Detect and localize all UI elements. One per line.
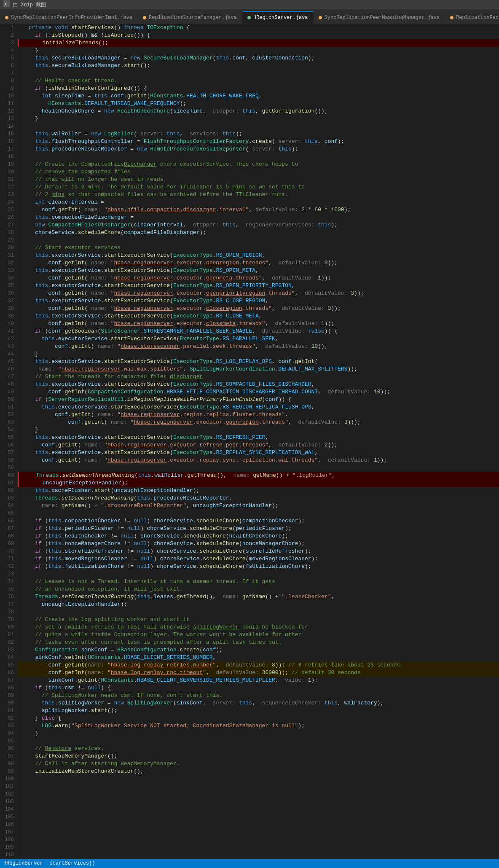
code-line-11: HConstants.DEFAULT_THREAD_WAKE_FREQUENCY… (18, 100, 499, 107)
tab-label: ReplicationSourceManager.java (149, 15, 237, 21)
code-line-109 (18, 844, 499, 851)
line-num-35: 35 (0, 282, 14, 290)
line-num-13: 13 (0, 115, 14, 123)
code-line-7 (18, 70, 499, 77)
code-line-78 (18, 608, 499, 616)
code-line-77: uncaughtExceptionHandler); (18, 601, 499, 608)
line-num-98: 98 (0, 760, 14, 768)
line-num-52: 52 (0, 411, 14, 419)
code-line-39: this.executorService.startExecutorServic… (18, 312, 499, 320)
line-num-56: 56 (0, 441, 14, 449)
code-line-86: conf.getInt(name: "hbase.log.replay.rpc.… (18, 669, 499, 677)
line-num-21: 21 (0, 176, 14, 183)
line-num-69: 69 (0, 540, 14, 548)
code-line-53: conf.getInt( name: "hbase.regionserver.e… (18, 419, 499, 426)
code-line-80: // set a smaller retries to fast fail ot… (18, 623, 499, 631)
code-line-24: int cleanerInterval = (18, 199, 499, 206)
line-num-8: 8 (0, 77, 14, 85)
line-num-70: 70 (0, 548, 14, 555)
code-line-74: // Leases is not a Thread. Internally it… (18, 578, 499, 586)
code-line-94: } (18, 730, 499, 737)
line-num-109: 109 (0, 844, 14, 851)
code-line-41: if (conf.getBoolean(StoreScanner.STORESC… (18, 328, 499, 335)
code-line-43: conf.getInt( name: "hbase.storescanner.p… (18, 343, 499, 350)
code-line-59 (18, 464, 499, 472)
line-num-81: 81 (0, 631, 14, 639)
line-num-71: 71 (0, 555, 14, 563)
line-num-105: 105 (0, 813, 14, 821)
line-num-75: 75 (0, 586, 14, 593)
line-num-85: 85 (0, 661, 14, 669)
code-line-34: conf.getInt( name: "hbase.regionserver.e… (18, 274, 499, 282)
tab-replication-source[interactable]: ReplicationSourceManager.java (138, 11, 242, 24)
code-line-8: // Health checker thread. (18, 77, 499, 85)
tab-sync-replication-peer-mapping[interactable]: SyncReplicationPeerMappingManager.java (314, 11, 445, 24)
code-line-107 (18, 828, 499, 836)
code-line-91: splitLogWorker.start(); (18, 707, 499, 715)
code-line-75: // an unhandled exception, it will just … (18, 586, 499, 593)
tab-hregion-server[interactable]: HRegionServer.java (242, 11, 314, 24)
tab-sync-replication-peer[interactable]: SyncReplicationPeerInfoProviderImpl.java (0, 11, 138, 24)
code-line-82: // tasks even after current task is pree… (18, 639, 499, 646)
code-line-70: if (this.storefileRefresher != null) cho… (18, 548, 499, 555)
code-line-10: int sleepTime = this.conf.getInt(HConsta… (18, 92, 499, 100)
line-num-91: 91 (0, 707, 14, 715)
line-num-5: 5 (0, 54, 14, 62)
code-line-13: } (18, 115, 499, 123)
line-num-50: 50 (0, 396, 14, 403)
code-line-58: conf.getInt( name: "hbase.regionserver.e… (18, 457, 499, 464)
line-num-45: 45 (0, 358, 14, 365)
line-num-25: 25 (0, 206, 14, 214)
code-line-62: this.cacheFlusher.start(uncaughtExceptio… (18, 487, 499, 494)
code-line-89: // SplitLogWorker needs csm. If none, do… (18, 692, 499, 699)
line-num-12: 12 (0, 107, 14, 115)
line-num-79: 79 (0, 616, 14, 623)
code-line-16: this.flushThroughputController = FlushTh… (18, 138, 499, 145)
line-num-51: 51 (0, 403, 14, 411)
line-num-66: 66 (0, 517, 14, 525)
code-line-67: if (this.periodicFlusher != null) choreS… (18, 525, 499, 532)
code-line-38: conf.getInt( name: "hbase.regionserver.e… (18, 305, 499, 312)
line-num-94: 94 (0, 730, 14, 737)
line-num-68: 68 (0, 532, 14, 540)
code-line-44: } (18, 350, 499, 358)
line-num-96: 96 (0, 745, 14, 752)
line-num-99: 99 (0, 768, 14, 775)
line-num-110: 110 (0, 851, 14, 859)
code-line-64: name: getName() + ".procedureResultRepor… (18, 502, 499, 510)
code-line-84: sinkConf.setInt(HConstants.HBASE_CLIENT_… (18, 654, 499, 661)
line-num-58: 58 (0, 457, 14, 464)
code-line-28: choreService.scheduleChore(compactedFile… (18, 229, 499, 236)
line-num-15: 15 (0, 130, 14, 138)
line-num-31: 31 (0, 252, 14, 259)
line-numbers: 1 2 3 4 5 6 7 8 9 10 11 12 13 14 15 16 1… (0, 24, 18, 866)
line-num-84: 84 (0, 654, 14, 661)
code-line-4: } (18, 47, 499, 54)
code-line-85: conf.getInt(name: "hbase.log.replay.retr… (18, 661, 499, 669)
line-num-60: 60 (0, 472, 14, 479)
code-line-101 (18, 783, 499, 790)
line-num-18: 18 (0, 153, 14, 161)
title-bar: X 由 Xnip 截图 (0, 0, 499, 9)
tab-dot-icon (143, 16, 146, 19)
code-line-93: LOG.warn("SplitLogWorker Service NOT sta… (18, 722, 499, 730)
tab-replication-factory[interactable]: ReplicationFactory.java (445, 11, 499, 24)
code-line-51: this.executorService.startExecutorServic… (18, 403, 499, 411)
tab-dot-icon (319, 16, 322, 19)
line-num-44: 44 (0, 350, 14, 358)
line-num-90: 90 (0, 699, 14, 707)
code-line-96: // Memstore services. (18, 745, 499, 752)
code-line-106 (18, 821, 499, 828)
code-line-46: name: "hbase.regionserver.wal.max.splitt… (18, 365, 499, 373)
line-num-11: 11 (0, 100, 14, 107)
code-line-40: conf.getInt( name: "hbase.regionserver.e… (18, 320, 499, 328)
line-num-19: 19 (0, 161, 14, 168)
line-num-7: 7 (0, 70, 14, 77)
code-line-36: conf.getInt( name: "hbase.regionserver.e… (18, 290, 499, 297)
line-num-2: 2 (0, 32, 14, 39)
code-line-92: } else { (18, 715, 499, 722)
line-num-80: 80 (0, 623, 14, 631)
status-method-label: startServices() (50, 860, 95, 866)
code-line-19: // Create the CompactedFileDischarger ch… (18, 161, 499, 168)
line-num-64: 64 (0, 502, 14, 510)
